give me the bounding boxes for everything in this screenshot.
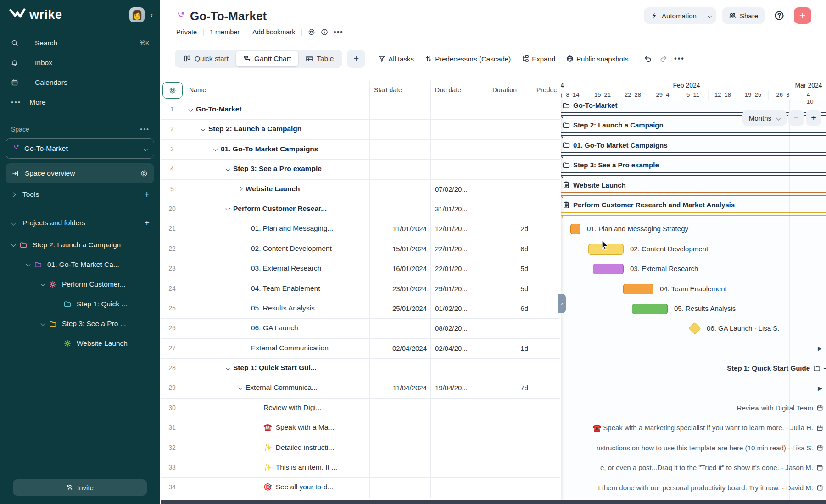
gantt-row[interactable]: Review with Digital Team <box>561 399 826 418</box>
chevron-down-icon[interactable] <box>41 321 45 326</box>
members-link[interactable]: 1 member <box>210 28 240 36</box>
start-date-cell[interactable]: 11/04/2024 <box>369 384 427 392</box>
sidebar-item-more[interactable]: •••More <box>0 92 160 112</box>
table-row[interactable]: 2303. External Research16/01/202422/01/2… <box>161 259 560 279</box>
due-date-cell[interactable]: 29/01/20... <box>435 285 468 293</box>
gantt-chart[interactable]: 4Feb 2024Mar 2024 (8–1415–2122–2829–45–1… <box>561 81 826 500</box>
due-date-cell[interactable]: 02/04/20... <box>435 344 468 352</box>
gantt-row[interactable]: 01. Plan and Messaging Strategy <box>561 219 826 239</box>
duration-cell[interactable]: 2d <box>488 225 528 233</box>
row-chevron-icon[interactable] <box>238 187 243 191</box>
row-chevron-icon[interactable] <box>226 166 230 171</box>
task-bar[interactable] <box>632 304 668 314</box>
task-bar[interactable] <box>593 264 624 274</box>
add-view-button[interactable]: + <box>347 50 365 68</box>
table-settings-button[interactable] <box>162 82 183 99</box>
gantt-row[interactable]: Website Launch <box>561 180 826 199</box>
table-row[interactable]: 5Website Launch07/02/20... <box>161 180 560 199</box>
gantt-row[interactable]: ▶ <box>561 339 826 359</box>
tree-item[interactable]: 01. Go-To Market Ca... <box>0 255 160 274</box>
row-chevron-icon[interactable] <box>226 366 230 370</box>
due-date-cell[interactable]: 01/02/20... <box>435 305 468 312</box>
start-date-cell[interactable]: 16/01/2024 <box>369 265 427 272</box>
task-bar[interactable] <box>570 224 580 234</box>
sort-button[interactable]: Predecessors (Cascade) <box>419 50 516 67</box>
redo-button[interactable] <box>656 51 671 66</box>
tab-quick-start[interactable]: Quick start <box>176 51 236 66</box>
table-row[interactable]: 2505. Results Analysis25/01/202401/02/20… <box>161 299 560 319</box>
duration-cell[interactable]: 6d <box>488 305 528 312</box>
tab-table[interactable]: Table <box>298 51 341 66</box>
chevron-down-icon[interactable] <box>11 243 16 247</box>
duration-cell[interactable]: 6d <box>488 245 528 253</box>
gantt-row[interactable]: 02. Content Development <box>561 239 826 259</box>
col-header-start[interactable]: Start date <box>374 86 402 94</box>
task-bar[interactable] <box>623 284 653 294</box>
sidebar-item-tools[interactable]: Tools + <box>0 183 160 205</box>
tree-item[interactable]: Step 3: See a Pro ... <box>0 314 160 333</box>
add-project-icon[interactable]: + <box>144 218 150 228</box>
summary-bar[interactable] <box>561 212 826 216</box>
chevron-down-icon[interactable] <box>41 282 45 287</box>
col-header-due[interactable]: Due date <box>435 86 461 94</box>
row-chevron-icon[interactable] <box>238 386 243 390</box>
chevron-down-icon[interactable] <box>26 262 31 267</box>
due-date-cell[interactable]: 19/04/20... <box>435 384 468 392</box>
public-snapshots-button[interactable]: Public snapshots <box>561 50 634 67</box>
tab-gantt-chart[interactable]: Gantt Chart <box>236 51 298 66</box>
table-row[interactable]: 28Step 1: Quick Start Gui... <box>161 359 560 378</box>
sidebar-item-space-overview[interactable]: Space overview <box>6 163 154 183</box>
col-header-name[interactable]: Name <box>189 86 206 94</box>
summary-bar[interactable] <box>561 152 826 156</box>
table-row[interactable]: 2202. Content Development15/01/202422/01… <box>161 239 560 259</box>
pane-splitter-handle[interactable]: ‹ <box>558 294 566 313</box>
table-row[interactable]: 32✨Detailed instructi... <box>161 438 560 458</box>
sidebar-item-calendars[interactable]: Calendars <box>0 72 160 92</box>
start-date-cell[interactable]: 02/04/2024 <box>369 344 427 352</box>
gantt-row[interactable]: 01. Go-To Market Campaigns <box>561 140 826 160</box>
sidebar-collapse-button[interactable]: ‹ <box>150 10 153 20</box>
gantt-row[interactable]: Step 3: See a Pro example <box>561 160 826 179</box>
row-chevron-icon[interactable] <box>189 107 193 111</box>
col-header-predecessors[interactable]: Predec <box>536 86 558 94</box>
table-row[interactable]: 20Perform Customer Resear...31/01/20... <box>161 199 560 219</box>
tree-item[interactable]: Step 1: Quick ... <box>0 294 160 314</box>
gantt-row[interactable]: ☎️ Speak with a Marketing specialist if … <box>561 418 826 438</box>
table-row[interactable]: 301. Go-To Market Campaigns <box>161 140 560 160</box>
table-row[interactable]: 2101. Plan and Messaging...11/01/202412/… <box>161 219 560 239</box>
due-date-cell[interactable]: 22/01/20... <box>435 245 468 253</box>
create-new-button[interactable]: + <box>794 7 811 24</box>
info-icon[interactable] <box>321 28 328 36</box>
table-row[interactable]: 4Step 3: See a Pro example <box>161 160 560 179</box>
more-options-icon[interactable]: ••• <box>334 28 343 36</box>
gear-icon[interactable] <box>140 170 148 177</box>
row-chevron-icon[interactable] <box>201 127 206 131</box>
avatar[interactable]: 👩 <box>129 7 145 22</box>
undo-button[interactable] <box>640 51 656 66</box>
start-date-cell[interactable]: 23/01/2024 <box>369 285 427 293</box>
tree-item[interactable]: Step 2: Launch a Campaign <box>0 235 160 255</box>
tree-item[interactable]: Website Launch <box>0 333 160 353</box>
due-date-cell[interactable]: 07/02/20... <box>435 185 468 193</box>
col-header-duration[interactable]: Duration <box>492 86 517 94</box>
toolbar-more-icon[interactable]: ••• <box>671 51 687 66</box>
sidebar-item-search[interactable]: Search⌘K <box>0 33 160 53</box>
table-row[interactable]: 29External Communica...11/04/202419/04/2… <box>161 378 560 398</box>
due-date-cell[interactable]: 31/01/20... <box>435 205 468 213</box>
duration-cell[interactable]: 5d <box>488 285 528 293</box>
start-date-cell[interactable]: 11/01/2024 <box>369 225 427 233</box>
gantt-row[interactable]: 06. GA Launch · Lisa S. <box>561 319 826 338</box>
help-button[interactable] <box>771 7 787 24</box>
due-date-cell[interactable]: 08/02/20... <box>435 324 468 332</box>
due-date-cell[interactable]: 22/01/20... <box>435 265 468 272</box>
space-selector[interactable]: Go-To-Market <box>6 138 154 159</box>
duration-cell[interactable]: 1d <box>488 344 528 352</box>
table-row[interactable]: 2606. GA Launch08/02/20... <box>161 319 560 338</box>
table-row[interactable]: 2Step 2: Launch a Campaign <box>161 120 560 139</box>
expand-button[interactable]: Expand <box>516 50 561 67</box>
gantt-row[interactable]: t them done with our personal productivi… <box>561 478 826 498</box>
table-row[interactable]: 1Go-To-Market <box>161 100 560 120</box>
gantt-row[interactable]: ▶ <box>561 379 826 399</box>
table-row[interactable]: 27External Communication02/04/202402/04/… <box>161 339 560 359</box>
zoom-out-button[interactable]: − <box>788 110 804 126</box>
